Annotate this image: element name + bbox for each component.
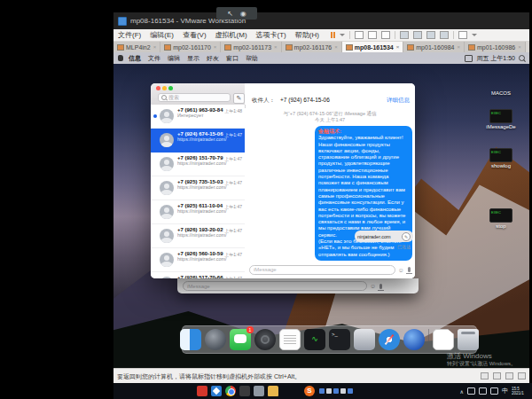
vm-tab-mp01-160984[interactable]: mp01-160984× [403,42,465,52]
conversation-row-7[interactable]: +7 (926) 517-70-66 https://ninjatrader.c… [151,272,245,278]
cdrom-status-icon[interactable] [493,372,501,379]
desktop-item-macos[interactable]: MACOS [481,90,521,96]
imessage-field[interactable] [249,265,395,275]
menu-help[interactable]: 帮助(H) [291,30,324,40]
tab-close-icon[interactable]: × [457,44,460,50]
dock-system-preferences-icon[interactable] [254,329,276,350]
background-imessage-input[interactable] [187,284,363,289]
macos-menu-file[interactable]: 文件 [145,54,164,63]
send-ctrl-alt-del-icon[interactable] [355,31,364,39]
dock-screen-sharing-icon[interactable] [403,329,425,350]
vm-tab-mp01-160986[interactable]: mp01-160986× [465,42,526,52]
taskbar-app-gray-icon[interactable] [254,386,264,396]
pause-vm-icon[interactable] [331,32,335,38]
tray-mini-icon-5[interactable] [348,388,353,394]
dock-automator-icon[interactable] [354,329,375,350]
tray-chevron-icon[interactable]: ∧ [460,388,464,395]
chat-transcript[interactable]: 与“+7 (924) 674-15-06”进行 iMessage 通信 今天 上… [245,108,415,278]
dock-messages-icon[interactable]: 1 [230,329,251,350]
conversation-row-2[interactable]: +7 (926) 151-70-79 https://ninjatrader.c… [151,153,245,176]
thumbnail-bar-icon[interactable] [458,31,467,39]
link-message-bubble[interactable]: ninjatrader.com ✎ [355,231,413,242]
tray-volume-icon[interactable] [490,387,498,395]
vm-tab-mp02-161176[interactable]: mp02-161176× [282,42,342,52]
conversation-row-4[interactable]: +7 (925) 611-10-04 https://ninjatrader.c… [151,200,245,224]
tray-mini-icon-4[interactable] [340,388,346,394]
background-imessage-field[interactable] [183,281,367,291]
taskbar-app-dark-icon[interactable] [239,386,250,396]
microphone-icon[interactable] [408,267,411,272]
vm-tab-mlp4in2[interactable]: MLP4in2× [113,42,160,52]
conversation-row-5[interactable]: +7 (926) 193-20-02 https://ninjatrader.c… [151,224,245,248]
tray-mini-icon-3[interactable] [333,388,339,394]
minimize-window-button[interactable] [162,86,167,90]
tab-close-icon[interactable]: × [518,44,521,50]
dock-activity-monitor-icon[interactable]: ∿ [304,329,325,350]
menu-edit[interactable]: 编辑(E) [145,30,178,40]
dock-finder-icon[interactable] [180,329,201,350]
tray-mini-icon-1[interactable] [319,388,325,394]
menu-file[interactable]: 文件(F) [113,30,145,40]
macos-menu-edit[interactable]: 编辑 [164,54,184,63]
dock-safari-icon[interactable] [379,329,400,350]
conversation-list[interactable]: +7 (961) 963-93-84 Интересует 上午1:48 +7 … [151,105,246,278]
console-view-icon[interactable] [413,31,422,39]
microphone-icon[interactable] [379,284,382,289]
desktop-item-showlog[interactable]: EXEC showlog [481,148,521,168]
menubar-clock[interactable]: 周五 上午1:50 [476,54,515,63]
dock-trash-icon[interactable] [458,329,479,350]
search-input[interactable] [168,95,222,100]
taskbar-explorer-icon[interactable] [268,386,278,396]
emoji-picker-icon[interactable]: ☺ [398,267,404,273]
show-library-icon[interactable] [400,31,409,39]
tray-ime-indicator[interactable]: 中 [502,387,508,395]
imessage-input[interactable] [254,267,391,272]
vm-screen[interactable]: 信息 文件 编辑 显示 好友 窗口 帮助 周五 上午1:50 MACOS EXE… [113,52,529,368]
close-window-button[interactable] [156,86,160,90]
revert-snapshot-icon[interactable] [381,31,390,39]
compose-new-message-button[interactable]: ✎ [233,93,245,104]
tab-close-icon[interactable]: × [214,44,217,50]
sound-status-icon[interactable] [518,372,526,379]
vm-tab-mp02-161170[interactable]: mp02-161170× [160,42,221,52]
dock-launchpad-icon[interactable] [205,329,226,350]
conversation-search-field[interactable] [158,93,231,102]
record-icon[interactable]: ◉ [240,10,246,18]
cursor-icon[interactable]: ↖ [227,10,233,18]
macos-menu-help[interactable]: 帮助 [242,54,262,63]
menu-view[interactable]: 查看(V) [178,30,211,40]
fullscreen-icon[interactable] [426,31,435,39]
conversation-row-6[interactable]: +7 (926) 560-10-59 https://ninjatrader.c… [151,248,245,272]
conversation-row-0[interactable]: +7 (961) 963-93-84 Интересует 上午1:48 [151,105,245,129]
macos-menu-window[interactable]: 窗口 [223,54,242,63]
tab-close-icon[interactable]: × [396,44,400,50]
tab-close-icon[interactable]: × [153,44,157,50]
background-messages-window[interactable]: ☺ [177,278,419,293]
vm-tab-mp02-161173[interactable]: mp02-161173× [221,42,281,52]
harddisk-status-icon[interactable] [481,372,489,379]
spotlight-search-icon[interactable] [519,55,525,61]
power-dropdown-icon[interactable] [340,34,345,36]
conversation-row-1-selected[interactable]: +7 (924) 674-15-06 https://ninjatrader.c… [151,129,245,153]
taskbar-chrome-icon[interactable] [225,386,236,396]
conversation-row-3[interactable]: +7 (925) 735-15-03 https://ninjatrader.c… [151,176,245,200]
network-status-icon[interactable] [505,372,513,379]
tray-mini-icon-2[interactable] [326,388,332,394]
tray-display-icon[interactable] [467,387,475,395]
desktop-item-stop[interactable]: EXEC stop [481,208,521,229]
link-text[interactable]: ninjatrader.com [357,234,391,239]
details-button[interactable]: 详细信息 [387,97,410,105]
dock-textedit-icon[interactable] [279,329,301,350]
dock-document-icon[interactable] [433,329,454,350]
vm-tab-mp08-161534-active[interactable]: mp08-161534× [342,42,404,52]
desktop-item-imessagede[interactable]: EXEC iMessageDe [481,109,521,129]
macos-menu-buddies[interactable]: 好友 [203,54,223,63]
input-source-icon[interactable] [465,55,473,62]
unity-mode-icon[interactable] [440,31,449,39]
emoji-picker-icon[interactable]: ☺ [370,283,376,289]
macos-menu-view[interactable]: 显示 [184,54,203,63]
tray-clock[interactable]: 15:5 2021/1 [512,387,531,395]
tab-close-icon[interactable]: × [274,44,278,50]
layout-dropdown-icon[interactable] [472,34,477,36]
tray-network-icon[interactable] [479,387,487,395]
